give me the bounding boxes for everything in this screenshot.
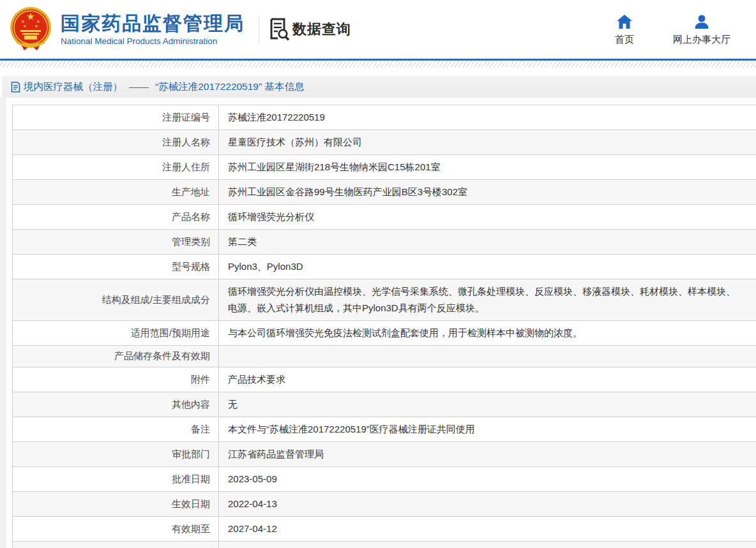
table-row: 备注本文件与“苏械注准20172220519”医疗器械注册证共同使用 xyxy=(13,417,756,442)
table-row: 生产地址苏州工业园区金谷路99号生物医药产业园B区3号楼302室 xyxy=(13,180,756,205)
nav-home[interactable]: 首页 xyxy=(605,13,644,46)
row-value: 与本公司循环增强荧光免疫法检测试剂盒配套使用，用于检测样本中被测物的浓度。 xyxy=(219,321,756,345)
row-label: 产品储存条件及有效期 xyxy=(13,346,219,367)
row-value: 2023-05-09生产地址变更 由 “苏州工业园区星湖街218号生物纳米园C1… xyxy=(219,542,756,548)
doc-search-icon xyxy=(269,18,290,41)
header-divider xyxy=(259,16,259,43)
row-value: Pylon3、Pylon3D xyxy=(219,255,756,279)
row-label: 注册人名称 xyxy=(13,130,219,154)
table-row: 变更情况2023-05-09生产地址变更 由 “苏州工业园区星湖街218号生物纳… xyxy=(13,542,756,548)
row-value: 苏械注准20172220519 xyxy=(219,105,756,130)
table-row: 型号规格Pylon3、Pylon3D xyxy=(13,255,756,279)
table-row: 管理类别第二类 xyxy=(13,230,756,255)
row-value: 苏州工业园区金谷路99号生物医药产业园B区3号楼302室 xyxy=(219,180,756,204)
site-title-block: 国家药品监督管理局 National Medical Products Admi… xyxy=(61,13,245,47)
table-row: 产品储存条件及有效期 xyxy=(13,346,756,367)
header-nav: 首页 网上办事大厅 xyxy=(605,13,739,46)
table-row: 批准日期2023-05-09 xyxy=(13,467,756,492)
table-row: 有效期至2027-04-12 xyxy=(13,517,756,542)
table-row: 注册人名称星童医疗技术（苏州）有限公司 xyxy=(13,130,756,155)
row-label: 其他内容 xyxy=(13,392,219,417)
table-row: 附件产品技术要求 xyxy=(13,367,756,392)
row-value: 无 xyxy=(219,392,756,417)
svg-text:★: ★ xyxy=(34,24,38,28)
row-label: 变更情况 xyxy=(13,542,219,548)
row-value: 星童医疗技术（苏州）有限公司 xyxy=(219,130,756,154)
row-value: 2022-04-13 xyxy=(219,492,756,516)
svg-text:★: ★ xyxy=(36,19,40,24)
data-query-label: 数据查询 xyxy=(292,20,351,39)
user-icon xyxy=(693,13,710,30)
table-row: 其他内容无 xyxy=(13,392,756,417)
row-value: 本文件与“苏械注准20172220519”医疗器械注册证共同使用 xyxy=(219,417,756,441)
table-row: 结构及组成/主要组成成分循环增强荧光分析仪由温控模块、光学信号采集系统、微孔条处… xyxy=(13,279,756,321)
row-value: 循环增强荧光分析仪 xyxy=(219,205,756,229)
row-label: 结构及组成/主要组成成分 xyxy=(13,279,219,320)
svg-text:★: ★ xyxy=(21,19,25,24)
row-value: 2027-04-12 xyxy=(219,517,756,541)
home-icon xyxy=(616,13,633,30)
registration-info-table: 注册证编号苏械注准20172220519 注册人名称星童医疗技术（苏州）有限公司… xyxy=(12,105,756,548)
breadcrumb-separator: —— xyxy=(129,81,149,93)
row-value: 产品技术要求 xyxy=(219,367,756,392)
row-label: 审批部门 xyxy=(13,442,219,466)
left-margin-strip xyxy=(0,98,6,548)
table-row: 注册人住所苏州工业园区星湖街218号生物纳米园C15栋201室 xyxy=(13,155,756,180)
row-value: 循环增强荧光分析仪由温控模块、光学信号采集系统、微孔条处理模块、反应模块、移液器… xyxy=(219,279,756,320)
hatched-band xyxy=(0,61,756,68)
row-label: 有效期至 xyxy=(13,517,219,541)
table-row: 注册证编号苏械注准20172220519 xyxy=(13,105,756,130)
row-label: 注册人住所 xyxy=(13,155,219,179)
row-label: 备注 xyxy=(13,417,219,441)
page-body: 注册证编号苏械注准20172220519 注册人名称星童医疗技术（苏州）有限公司… xyxy=(0,98,756,548)
table-row: 生效日期2022-04-13 xyxy=(13,492,756,517)
nav-home-label: 首页 xyxy=(615,34,634,46)
site-title-cn: 国家药品监督管理局 xyxy=(61,13,245,35)
row-value xyxy=(219,346,756,367)
table-row: 产品名称循环增强荧光分析仪 xyxy=(13,205,756,230)
nav-service-hall[interactable]: 网上办事大厅 xyxy=(673,13,730,46)
table-row: 适用范围/预期用途与本公司循环增强荧光免疫法检测试剂盒配套使用，用于检测样本中被… xyxy=(13,321,756,346)
svg-text:★: ★ xyxy=(23,24,26,28)
row-label: 附件 xyxy=(13,367,219,392)
row-label: 批准日期 xyxy=(13,467,219,491)
nav-service-hall-label: 网上办事大厅 xyxy=(673,34,730,46)
row-label: 管理类别 xyxy=(13,230,219,254)
row-label: 生产地址 xyxy=(13,180,219,204)
row-value: 苏州工业园区星湖街218号生物纳米园C15栋201室 xyxy=(219,155,756,179)
breadcrumb-page-title: “苏械注准20172220519” 基本信息 xyxy=(155,80,304,94)
row-value: 第二类 xyxy=(219,230,756,254)
site-title-en: National Medical Products Administration xyxy=(61,36,245,46)
breadcrumb-category[interactable]: 境内医疗器械（注册） xyxy=(24,80,123,94)
row-label: 注册证编号 xyxy=(13,105,219,130)
row-value: 江苏省药品监督管理局 xyxy=(219,442,756,466)
breadcrumb: 境内医疗器械（注册） —— “苏械注准20172220519” 基本信息 xyxy=(2,76,756,98)
row-label: 生效日期 xyxy=(13,492,219,516)
data-query-section[interactable]: 数据查询 xyxy=(269,18,351,41)
national-emblem-logo: ★ ★ ★ ★ ★ xyxy=(9,6,52,53)
table-row: 审批部门江苏省药品监督管理局 xyxy=(13,442,756,467)
row-label: 产品名称 xyxy=(13,205,219,229)
row-value: 2023-05-09 xyxy=(219,467,756,491)
svg-text:★: ★ xyxy=(26,11,34,22)
site-header: ★ ★ ★ ★ ★ 国家药品监督管理局 National Medical Pro… xyxy=(0,0,756,59)
document-icon xyxy=(11,82,20,93)
row-label: 型号规格 xyxy=(13,255,219,279)
row-label: 适用范围/预期用途 xyxy=(13,321,219,345)
